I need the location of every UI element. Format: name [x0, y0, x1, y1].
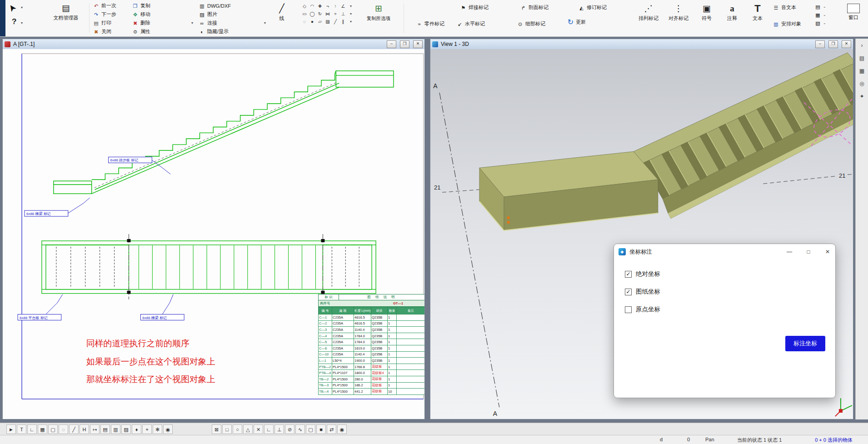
- minimize-icon[interactable]: ‒: [387, 40, 396, 48]
- properties-button[interactable]: ⚙属性: [132, 28, 150, 35]
- draw-node-icon[interactable]: ◌: [301, 18, 308, 25]
- dialog-close-button[interactable]: ✕: [820, 244, 835, 259]
- minimize-icon[interactable]: ‒: [815, 40, 825, 48]
- close-icon[interactable]: ✕: [842, 40, 851, 48]
- draw-rotate-icon[interactable]: ↻: [316, 10, 324, 18]
- help-button[interactable]: ?: [12, 17, 16, 26]
- slope-dim-tool-icon[interactable]: ╱: [69, 424, 79, 434]
- image-button[interactable]: ▨图片: [199, 10, 217, 18]
- restore-icon[interactable]: ❐: [828, 40, 838, 48]
- text-tool-icon[interactable]: T: [17, 424, 26, 434]
- snap-cross-icon[interactable]: ✕: [254, 424, 263, 434]
- model-window-titlebar[interactable]: View 1 - 3D ‒ ❐ ✕: [430, 39, 853, 50]
- hatch-tool-icon[interactable]: ▨: [121, 424, 131, 434]
- mouse-snap-tool-icon[interactable]: ⌖: [142, 424, 152, 434]
- level-mark-button[interactable]: ↙水平标记: [456, 20, 485, 28]
- close-button[interactable]: ✖关闭: [93, 28, 111, 35]
- copy-button[interactable]: ❐复制: [132, 2, 150, 10]
- view-list-dropdown-3[interactable]: ▧⌄: [814, 19, 826, 27]
- snap-endpoint-icon[interactable]: ⊠: [212, 424, 221, 434]
- update-button[interactable]: ↻更新: [567, 18, 586, 26]
- dialog-option-2[interactable]: ✓图纸坐标: [625, 287, 825, 296]
- delete-button[interactable]: ✖删除: [132, 19, 150, 27]
- draw-perp-icon[interactable]: ⊥: [339, 10, 347, 18]
- snap-visible-icon[interactable]: ◉: [337, 424, 347, 434]
- line-tool-button[interactable]: ╱ 线: [273, 3, 291, 21]
- snap-circle-icon[interactable]: ○: [233, 424, 242, 434]
- close-icon[interactable]: ✕: [413, 40, 423, 48]
- array-mark-button[interactable]: ⋰ 排列标记: [635, 3, 662, 21]
- snap-settings-tool-icon[interactable]: ✻: [153, 424, 162, 434]
- panel-arrow-icon[interactable]: ›: [857, 40, 867, 50]
- grid-dim-tool-icon[interactable]: ▤: [100, 424, 110, 434]
- height-dim-tool-icon[interactable]: H: [80, 424, 89, 434]
- draw-plus-icon[interactable]: ✚: [316, 3, 324, 10]
- filled-rect-tool-icon[interactable]: ▦: [38, 424, 47, 434]
- window-button[interactable]: 窗口: [842, 2, 865, 20]
- snap-corner-icon[interactable]: ∟: [264, 424, 274, 434]
- draw-slash-icon[interactable]: ╱: [332, 18, 339, 25]
- notes-panel-icon[interactable]: ▦: [857, 66, 867, 76]
- checkbox-unchecked-icon[interactable]: [625, 306, 632, 313]
- draw-circle-icon[interactable]: ◯: [309, 10, 316, 18]
- dwg-dxf-button[interactable]: ▥DWG/DXF: [199, 2, 231, 10]
- snap-perp-icon[interactable]: ⊥: [274, 424, 284, 434]
- table-tool-icon[interactable]: ▥: [111, 424, 120, 434]
- select-tool-icon[interactable]: ►: [6, 424, 16, 434]
- gap-dim-tool-icon[interactable]: ↦: [90, 424, 100, 434]
- draw-angle-icon[interactable]: ∠: [339, 3, 347, 10]
- draw-dropdown-2-icon[interactable]: ▾: [350, 12, 352, 16]
- weld-callouts[interactable]: 6x86 踏步板 标记 6x86 梯梁 标记 6x86 平台板 标记 6x86 …: [18, 157, 184, 320]
- annotation-button[interactable]: a 注释: [722, 3, 743, 21]
- draw-dropdown-3-icon[interactable]: ▾: [350, 20, 352, 24]
- checkbox-checked-icon[interactable]: ✓: [625, 271, 632, 278]
- draw-divide-icon[interactable]: ÷: [332, 10, 339, 18]
- draw-corner-icon[interactable]: ¬: [324, 3, 331, 10]
- section-mark-button[interactable]: ↱剖面标记: [520, 4, 549, 11]
- next-button[interactable]: ↷下一步: [93, 10, 116, 18]
- draw-parallel-icon[interactable]: ∥: [339, 18, 347, 25]
- draw-hatch-icon[interactable]: ▨: [324, 18, 331, 25]
- auto-text-button[interactable]: ☰音文本: [773, 4, 796, 11]
- draw-up-icon[interactable]: ↑: [332, 3, 339, 10]
- hide-show-button[interactable]: ◐隐藏/显示: [199, 28, 229, 35]
- dialog-option-3[interactable]: 原点坐标: [625, 305, 825, 314]
- cursor-dropdown-icon[interactable]: ▾: [21, 5, 23, 10]
- snap-rect-icon[interactable]: □: [222, 424, 232, 434]
- insert-dropdown-icon[interactable]: ▾: [264, 21, 266, 25]
- snap-triangle-icon[interactable]: △: [243, 424, 253, 434]
- select-cursor-icon[interactable]: ➤: [8, 3, 16, 14]
- move-button[interactable]: ✥移动: [132, 10, 150, 18]
- edit-dropdown-icon[interactable]: ▾: [191, 21, 193, 25]
- checkbox-checked-icon[interactable]: ✓: [625, 289, 632, 295]
- help-dropdown-icon[interactable]: ▾: [21, 21, 23, 25]
- snap-swap-icon[interactable]: ⇄: [327, 424, 336, 434]
- symbol-button[interactable]: ▣ 符号: [696, 3, 717, 21]
- world-panel-icon[interactable]: ◎: [857, 79, 867, 89]
- copy-selected-button[interactable]: ⊞ 复制所选项: [364, 3, 394, 21]
- print-panel-icon[interactable]: ▤: [857, 53, 867, 63]
- apps-panel-icon[interactable]: ✦: [857, 91, 867, 101]
- dialog-maximize-button[interactable]: □: [801, 244, 816, 259]
- cloud-tool-icon[interactable]: ◌: [59, 424, 68, 434]
- detail-mark-button[interactable]: ⊙细部标记: [517, 20, 545, 28]
- draw-dropdown-1-icon[interactable]: ▾: [350, 4, 352, 8]
- polyline-tool-icon[interactable]: ∟: [27, 424, 37, 434]
- arrange-objects-button[interactable]: ▥安排对象: [773, 20, 801, 28]
- dashed-rect-tool-icon[interactable]: ▢: [48, 424, 58, 434]
- print-button[interactable]: ▤打印: [93, 19, 111, 27]
- snap-none-icon[interactable]: ⊘: [285, 424, 294, 434]
- draw-rect-icon[interactable]: ▭: [301, 10, 308, 18]
- dialog-titlebar[interactable]: ◆ 坐标标注 — □ ✕: [614, 244, 835, 259]
- dialog-minimize-button[interactable]: —: [782, 244, 797, 259]
- stair-3d-model[interactable]: [479, 53, 853, 230]
- view-list-dropdown-1[interactable]: ▤⌄: [814, 3, 826, 10]
- drawing-canvas[interactable]: 6x86 踏步板 标记 6x86 梯梁 标记 6x86 平台板 标记 6x86 …: [3, 49, 424, 419]
- dialog-option-1[interactable]: ✓绝对坐标: [625, 269, 825, 279]
- draw-para-icon[interactable]: ▱: [316, 18, 324, 25]
- annotate-coordinates-button[interactable]: 标注坐标: [785, 336, 825, 351]
- draw-intersect-icon[interactable]: ⋈: [324, 10, 331, 18]
- revision-mark-button[interactable]: ◭修订标记: [578, 4, 607, 11]
- snap-frame-icon[interactable]: ▢: [306, 424, 315, 434]
- pin-tool-icon[interactable]: ♦: [132, 424, 141, 434]
